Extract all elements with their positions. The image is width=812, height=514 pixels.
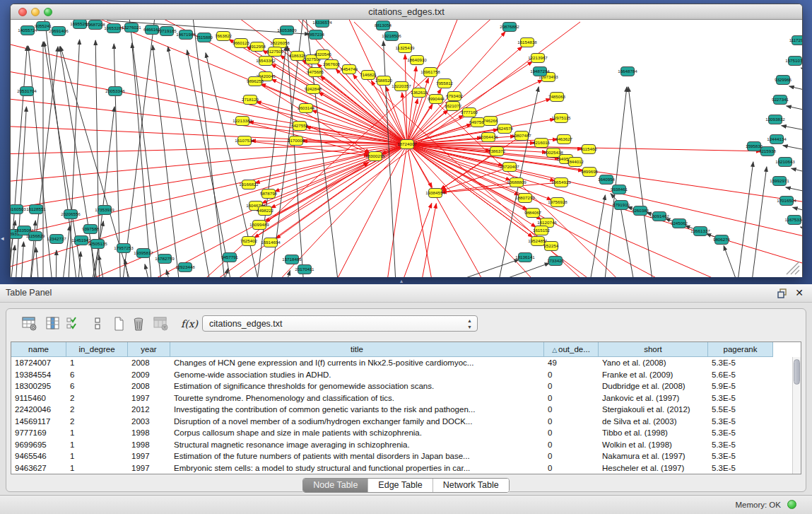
graph-node[interactable]: 1588520	[375, 76, 393, 86]
table-row[interactable]: 1872400712008Changes of HCN gene express…	[11, 357, 794, 369]
graph-node[interactable]: 1640954	[598, 175, 616, 185]
network-window[interactable]: citations_edges.txt 18724007766382296601…	[10, 4, 803, 277]
table-row[interactable]: 969969511998Structural magnetic resonanc…	[11, 439, 794, 451]
graph-node[interactable]: 16107534	[235, 136, 254, 146]
column-header-pagerank[interactable]: pagerank	[708, 342, 773, 357]
graph-node[interactable]: 1595838	[746, 142, 763, 151]
table-row[interactable]: 1938455462009Genome-wide association stu…	[11, 369, 794, 381]
delete-table-icon[interactable]	[152, 315, 170, 333]
graph-node[interactable]: 9397588	[82, 225, 100, 234]
graph-node[interactable]: 9896255	[247, 77, 264, 86]
tab-node-table[interactable]: Node Table	[303, 479, 367, 492]
graph-node[interactable]: 11156829	[26, 232, 45, 241]
graph-node[interactable]: 8912954	[249, 42, 266, 52]
graph-node[interactable]: 9463627	[555, 135, 573, 144]
graph-node[interactable]: 18336574	[312, 20, 332, 28]
graph-node[interactable]: 19218506	[382, 32, 401, 41]
table-settings-icon[interactable]	[20, 315, 39, 333]
graph-node[interactable]: 20691406	[49, 27, 69, 36]
graph-node[interactable]: 13220357	[392, 82, 411, 91]
graph-node[interactable]: 9475685	[307, 68, 324, 77]
graph-node[interactable]: 20876882	[500, 23, 519, 32]
graph-node[interactable]: 5878798	[260, 189, 278, 199]
graph-node[interactable]: 20053346	[105, 87, 125, 96]
trash-icon[interactable]	[129, 315, 148, 333]
graph-node[interactable]: 8320546	[314, 50, 332, 59]
graph-node[interactable]: 11325419	[395, 44, 415, 53]
column-narrow-icon[interactable]	[88, 315, 107, 333]
graph-node[interactable]: 9127505	[266, 47, 284, 57]
graph-node[interactable]: 4498222	[257, 206, 274, 216]
graph-node[interactable]: 9777169	[461, 108, 478, 117]
window-titlebar[interactable]: citations_edges.txt	[11, 4, 802, 20]
graph-node[interactable]: 19654923	[551, 178, 571, 187]
graph-node[interactable]: 9660123	[233, 39, 250, 48]
graph-node[interactable]: 8216016	[533, 139, 551, 148]
graph-node[interactable]: 17353919	[95, 206, 114, 215]
graph-node[interactable]: 9884067	[524, 209, 542, 218]
graph-node[interactable]: 10807487	[512, 132, 531, 141]
graph-node[interactable]: 19687208	[86, 21, 105, 30]
close-panel-icon[interactable]: ✕	[795, 287, 804, 298]
graph-node[interactable]: 18640910	[407, 56, 427, 65]
graph-node[interactable]: 16914694	[261, 238, 281, 247]
table-row[interactable]: 977716911998Corpus callosum shape and si…	[11, 427, 794, 439]
graph-node[interactable]: 19756928	[548, 198, 567, 207]
graph-node[interactable]: 12342737	[47, 235, 66, 244]
graph-node[interactable]: 8454749	[341, 65, 358, 74]
graph-node[interactable]: 12213967	[528, 54, 548, 63]
graph-node[interactable]: 23160503	[11, 205, 26, 214]
graph-node[interactable]: 7625402	[240, 237, 258, 246]
graph-node[interactable]: 2967608	[323, 60, 341, 69]
table-row[interactable]: 2242004622012Investigating the contribut…	[11, 404, 794, 416]
graph-node[interactable]: 2718129	[242, 95, 259, 105]
graph-node[interactable]: 1621072	[445, 102, 462, 111]
graph-node[interactable]: 8260383	[632, 206, 649, 216]
graph-node[interactable]: 9245062	[671, 219, 688, 228]
row-checklist-icon[interactable]	[63, 315, 81, 333]
graph-node[interactable]: 9899695	[581, 168, 599, 177]
graph-node[interactable]: 16210643	[775, 158, 795, 167]
graph-node[interactable]: 16154838	[517, 38, 537, 47]
column-header-name[interactable]: name	[11, 342, 66, 357]
table-row[interactable]: 1456911722003Disruption of a novel membe…	[11, 416, 794, 428]
column-header-in_degree[interactable]: in_degree	[66, 342, 128, 357]
tab-network-table[interactable]: Network Table	[433, 479, 509, 492]
graph-node[interactable]: 7857234	[307, 30, 325, 40]
graph-node[interactable]: 8427552	[291, 122, 309, 131]
graph-node[interactable]: 1362615	[411, 88, 428, 98]
graph-node[interactable]: 12505135	[88, 240, 107, 249]
graph-node[interactable]: 2603144	[298, 104, 315, 113]
graph-node[interactable]: 20206556	[61, 210, 81, 219]
graph-node[interactable]: 20364436	[478, 133, 498, 142]
graph-node[interactable]: 1733426	[547, 257, 565, 266]
graph-node[interactable]: 9938461	[611, 185, 628, 194]
column-header-year[interactable]: year	[128, 342, 170, 357]
table-row[interactable]: 911546021997Tourette syndrome. Phenomeno…	[11, 392, 794, 404]
graph-node[interactable]: 3624574	[496, 124, 514, 134]
table-row[interactable]: 946554611997Estimation of the future num…	[11, 450, 794, 462]
graph-node[interactable]: 9227341	[772, 95, 789, 105]
graph-node[interactable]: 19395817	[134, 249, 153, 258]
graph-node[interactable]: 12444134	[767, 135, 787, 144]
scrollbar-thumb[interactable]	[794, 359, 800, 385]
graph-node[interactable]: 14671988	[176, 30, 196, 40]
graph-node[interactable]: 7146821	[360, 71, 377, 80]
graph-node[interactable]: 16543362	[256, 57, 276, 66]
graph-node[interactable]: 16053809	[277, 26, 297, 35]
tab-edge-table[interactable]: Edge Table	[367, 479, 432, 492]
column-header-title[interactable]: title	[170, 342, 544, 357]
graph-node[interactable]: 20170411	[295, 265, 314, 274]
graph-node[interactable]: 11675334	[784, 216, 802, 225]
graph-node[interactable]: 15751074	[785, 57, 802, 66]
new-document-icon[interactable]	[110, 315, 128, 333]
network-graph[interactable]: 1872400776638229660123891295418226058912…	[11, 20, 802, 277]
vertical-scrollbar[interactable]	[792, 357, 801, 474]
graph-node[interactable]: 7955812	[436, 79, 454, 88]
resize-grip-icon[interactable]	[795, 270, 799, 274]
table-row[interactable]: 946362711997Embryonic stem cells: a mode…	[11, 462, 794, 474]
graph-node[interactable]: 20531704	[17, 87, 37, 96]
table-row[interactable]: 1830029562008Estimation of significance …	[11, 380, 794, 392]
graph-node[interactable]: 252254	[544, 242, 559, 251]
graph-node[interactable]: 6791919	[613, 201, 630, 210]
